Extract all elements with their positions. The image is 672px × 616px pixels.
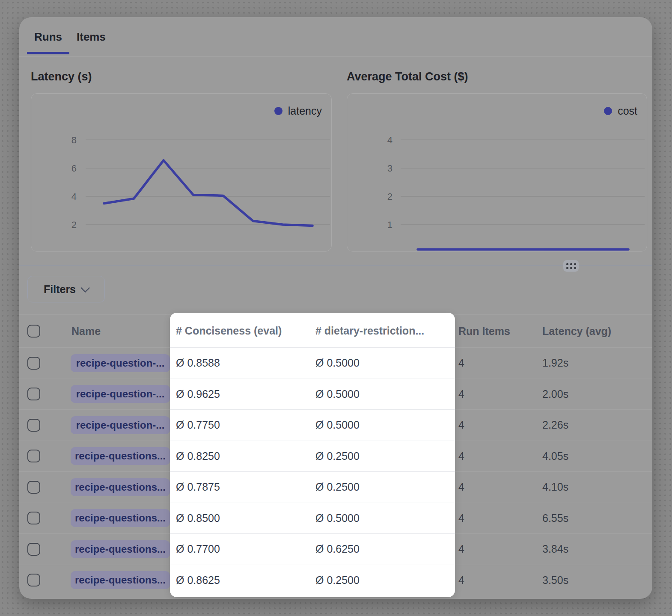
conciseness-value: Ø 0.9625 xyxy=(170,388,315,400)
row-select-cell xyxy=(19,512,51,524)
cost-legend: cost xyxy=(604,105,637,117)
panel-resize-divider xyxy=(19,265,652,266)
svg-text:2: 2 xyxy=(71,219,77,230)
run-name-cell: recipe-question-... xyxy=(51,354,170,372)
highlight-row: Ø 0.8250Ø 0.2500 xyxy=(170,441,455,472)
cost-legend-label: cost xyxy=(618,105,637,117)
header-run-items-cell[interactable]: Run Items xyxy=(455,325,542,338)
name-column-header: Name xyxy=(71,325,101,338)
conciseness-value: Ø 0.7700 xyxy=(170,543,315,555)
cost-chart-title: Average Total Cost ($) xyxy=(347,70,468,83)
highlight-header-row: # Conciseness (eval) # dietary-restricti… xyxy=(170,314,455,347)
conciseness-value: Ø 0.8250 xyxy=(170,450,315,462)
conciseness-column-header[interactable]: # Conciseness (eval) xyxy=(170,325,315,337)
latency-avg-cell: 6.55s xyxy=(542,512,652,524)
latency-chart: 8642 latency xyxy=(31,93,332,252)
row-select-cell xyxy=(19,450,51,462)
latency-legend-label: latency xyxy=(288,105,322,117)
header-latency-cell[interactable]: Latency (avg) xyxy=(542,325,652,338)
highlight-row: Ø 0.9625Ø 0.5000 xyxy=(170,379,455,410)
run-name-badge[interactable]: recipe-question-... xyxy=(71,385,170,403)
highlight-body: Ø 0.8588Ø 0.5000Ø 0.9625Ø 0.5000Ø 0.7750… xyxy=(170,347,455,595)
grip-dots-icon xyxy=(566,263,576,269)
highlighted-columns-panel: # Conciseness (eval) # dietary-restricti… xyxy=(170,313,455,597)
run-name-cell: recipe-questions... xyxy=(51,540,170,558)
filters-button-label: Filters xyxy=(44,283,76,296)
cost-line-plot: 4321 xyxy=(347,94,646,251)
run-name-cell: recipe-question-... xyxy=(51,385,170,403)
page-background: Runs Items Latency (s) Average Total Cos… xyxy=(0,0,672,616)
latency-legend: latency xyxy=(274,105,322,117)
run-items-cell: 4 xyxy=(455,357,542,369)
conciseness-value: Ø 0.8588 xyxy=(170,357,315,369)
conciseness-value: Ø 0.8500 xyxy=(170,512,315,524)
svg-text:8: 8 xyxy=(71,135,77,145)
header-name-cell[interactable]: Name xyxy=(51,325,170,338)
tab-bar: Runs Items xyxy=(19,17,652,57)
run-name-badge[interactable]: recipe-questions... xyxy=(71,478,170,496)
row-select-cell xyxy=(19,357,51,370)
dietary-value: Ø 0.5000 xyxy=(315,419,455,431)
chevron-down-icon xyxy=(80,283,90,293)
latency-line-plot: 8642 xyxy=(31,94,331,251)
latency-chart-title: Latency (s) xyxy=(31,70,92,83)
dietary-value: Ø 0.6250 xyxy=(315,543,455,555)
run-items-cell: 4 xyxy=(455,450,542,462)
row-checkbox[interactable] xyxy=(27,357,40,370)
row-checkbox[interactable] xyxy=(27,419,40,432)
row-checkbox[interactable] xyxy=(27,388,40,400)
dietary-value: Ø 0.5000 xyxy=(315,357,455,369)
row-checkbox[interactable] xyxy=(27,512,40,524)
run-name-badge[interactable]: recipe-question-... xyxy=(71,416,170,434)
run-name-cell: recipe-question-... xyxy=(51,416,170,434)
svg-text:3: 3 xyxy=(387,163,392,174)
row-checkbox[interactable] xyxy=(27,574,40,586)
row-checkbox[interactable] xyxy=(27,543,40,556)
svg-text:1: 1 xyxy=(387,219,392,230)
row-checkbox[interactable] xyxy=(27,450,40,462)
highlight-row: Ø 0.7750Ø 0.5000 xyxy=(170,409,455,441)
run-name-badge[interactable]: recipe-questions... xyxy=(71,571,170,589)
run-name-cell: recipe-questions... xyxy=(51,447,170,465)
highlight-row: Ø 0.7700Ø 0.6250 xyxy=(170,533,455,565)
resize-drag-handle[interactable] xyxy=(563,260,579,272)
highlight-row: Ø 0.8500Ø 0.5000 xyxy=(170,503,455,534)
filters-button[interactable]: Filters xyxy=(27,276,105,302)
dietary-value: Ø 0.5000 xyxy=(315,388,455,400)
run-items-cell: 4 xyxy=(455,543,542,555)
tab-runs[interactable]: Runs xyxy=(27,17,69,56)
run-name-badge[interactable]: recipe-question-... xyxy=(71,354,170,372)
select-all-checkbox[interactable] xyxy=(27,325,40,338)
dietary-value: Ø 0.2500 xyxy=(315,574,455,586)
row-select-cell xyxy=(19,543,51,556)
run-items-cell: 4 xyxy=(455,512,542,524)
row-checkbox[interactable] xyxy=(27,481,40,494)
run-items-cell: 4 xyxy=(455,481,542,493)
run-name-badge[interactable]: recipe-questions... xyxy=(71,540,170,558)
conciseness-value: Ø 0.7875 xyxy=(170,481,315,493)
run-name-cell: recipe-questions... xyxy=(51,478,170,496)
svg-text:6: 6 xyxy=(71,163,77,174)
run-items-column-header: Run Items xyxy=(458,325,510,338)
conciseness-value: Ø 0.7750 xyxy=(170,419,315,431)
dietary-value: Ø 0.2500 xyxy=(315,450,455,462)
dietary-column-header[interactable]: # dietary-restriction... xyxy=(315,325,455,337)
row-select-cell xyxy=(19,388,51,400)
header-select-cell xyxy=(19,325,51,338)
row-select-cell xyxy=(19,419,51,432)
run-items-cell: 4 xyxy=(455,388,542,400)
svg-text:4: 4 xyxy=(387,135,392,145)
highlight-row: Ø 0.8588Ø 0.5000 xyxy=(170,347,455,379)
latency-avg-cell: 2.26s xyxy=(542,419,652,431)
row-select-cell xyxy=(19,481,51,494)
run-name-badge[interactable]: recipe-questions... xyxy=(71,447,170,465)
run-name-badge[interactable]: recipe-questions... xyxy=(71,509,170,527)
tab-items[interactable]: Items xyxy=(69,17,113,56)
cost-legend-dot-icon xyxy=(604,107,612,115)
runs-panel-card: Runs Items Latency (s) Average Total Cos… xyxy=(19,17,652,599)
latency-avg-cell: 4.05s xyxy=(542,450,652,462)
latency-avg-cell: 1.92s xyxy=(542,357,652,369)
highlight-row: Ø 0.8625Ø 0.2500 xyxy=(170,565,455,596)
highlight-row: Ø 0.7875Ø 0.2500 xyxy=(170,471,455,503)
latency-avg-cell: 4.10s xyxy=(542,481,652,493)
